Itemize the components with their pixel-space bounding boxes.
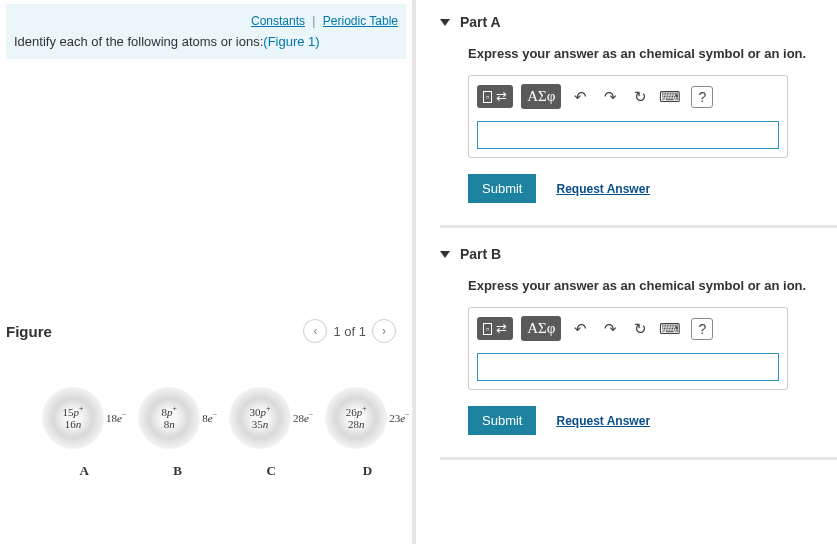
submit-button-a[interactable]: Submit <box>468 174 536 203</box>
periodic-table-link[interactable]: Periodic Table <box>323 14 398 28</box>
undo-icon[interactable]: ↶ <box>569 320 591 338</box>
collapse-icon[interactable] <box>440 19 450 26</box>
reset-icon[interactable]: ↻ <box>629 320 651 338</box>
link-separator: | <box>312 14 315 28</box>
atom-d-label: D <box>363 463 372 479</box>
answer-box-b: ▫⇄ ΑΣφ ↶ ↷ ↻ ⌨ ? <box>468 307 788 390</box>
template-picker-button[interactable]: ▫⇄ <box>477 317 513 340</box>
figure-atoms: 15p+16n 18e− A 8p+8n 8e− B 30p+35n 28e− <box>6 387 406 479</box>
atom-b-label: B <box>173 463 182 479</box>
help-icon[interactable]: ? <box>691 318 713 340</box>
collapse-icon[interactable] <box>440 251 450 258</box>
part-a-title: Part A <box>460 14 501 30</box>
greek-letters-button[interactable]: ΑΣφ <box>521 84 561 109</box>
part-a-prompt: Express your answer as an chemical symbo… <box>468 46 837 61</box>
constants-link[interactable]: Constants <box>251 14 305 28</box>
answer-input-b[interactable] <box>477 353 779 381</box>
part-b-title: Part B <box>460 246 501 262</box>
reset-icon[interactable]: ↻ <box>629 88 651 106</box>
part-a: Part A Express your answer as an chemica… <box>440 0 837 228</box>
atom-b: 8p+8n 8e− B <box>138 387 217 479</box>
undo-icon[interactable]: ↶ <box>569 88 591 106</box>
problem-prompt: Identify each of the following atoms or … <box>14 34 398 49</box>
figure-reference-link[interactable]: (Figure 1) <box>263 34 319 49</box>
part-b-prompt: Express your answer as an chemical symbo… <box>468 278 837 293</box>
atom-c-label: C <box>266 463 275 479</box>
atom-c: 30p+35n 28e− C <box>229 387 313 479</box>
help-icon[interactable]: ? <box>691 86 713 108</box>
atom-a: 15p+16n 18e− A <box>42 387 126 479</box>
part-b: Part B Express your answer as an chemica… <box>440 232 837 460</box>
template-picker-button[interactable]: ▫⇄ <box>477 85 513 108</box>
request-answer-link-a[interactable]: Request Answer <box>556 182 650 196</box>
answer-box-a: ▫⇄ ΑΣφ ↶ ↷ ↻ ⌨ ? <box>468 75 788 158</box>
keyboard-icon[interactable]: ⌨ <box>659 320 681 338</box>
atom-d: 26p+28n 23e− D <box>325 387 409 479</box>
figure-title: Figure <box>6 323 52 340</box>
submit-button-b[interactable]: Submit <box>468 406 536 435</box>
figure-pager-text: 1 of 1 <box>333 324 366 339</box>
redo-icon[interactable]: ↷ <box>599 320 621 338</box>
request-answer-link-b[interactable]: Request Answer <box>556 414 650 428</box>
figure-next-button[interactable]: › <box>372 319 396 343</box>
atom-a-label: A <box>79 463 88 479</box>
figure-prev-button[interactable]: ‹ <box>303 319 327 343</box>
problem-header: Constants | Periodic Table Identify each… <box>6 4 406 59</box>
redo-icon[interactable]: ↷ <box>599 88 621 106</box>
answer-input-a[interactable] <box>477 121 779 149</box>
greek-letters-button[interactable]: ΑΣφ <box>521 316 561 341</box>
keyboard-icon[interactable]: ⌨ <box>659 88 681 106</box>
